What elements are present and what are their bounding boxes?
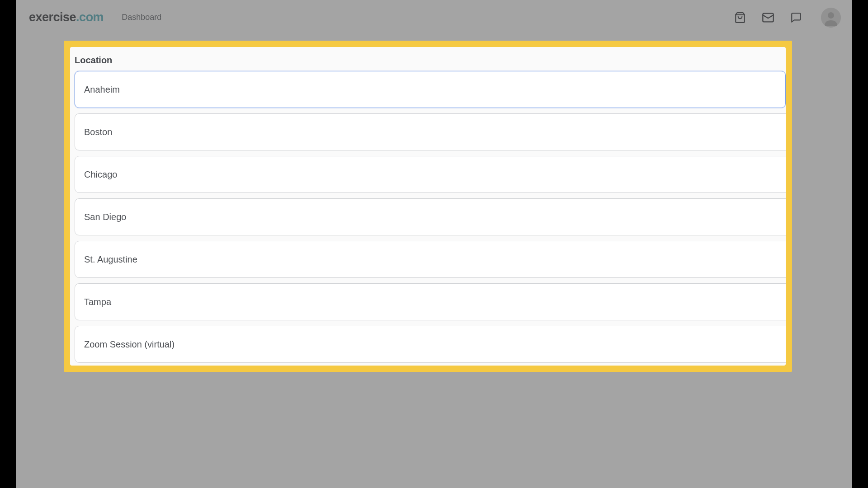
location-modal-highlight: Location AnaheimBostonChicagoSan DiegoSt… — [64, 41, 792, 372]
chat-icon[interactable] — [789, 11, 803, 24]
svg-point-3 — [828, 12, 834, 19]
location-option[interactable]: St. Augustine — [75, 241, 786, 278]
location-option[interactable]: Chicago — [75, 156, 786, 193]
location-option-label: Zoom Session (virtual) — [84, 339, 175, 350]
location-option-label: Tampa — [84, 297, 111, 307]
location-option-label: San Diego — [84, 212, 126, 222]
nav-dashboard[interactable]: Dashboard — [122, 13, 161, 22]
shopping-bag-icon[interactable] — [733, 11, 747, 24]
location-option[interactable]: San Diego — [75, 198, 786, 235]
app-logo[interactable]: exercise .com — [29, 10, 104, 24]
logo-text-second: .com — [76, 10, 104, 24]
location-option[interactable]: Zoom Session (virtual) — [75, 326, 786, 363]
location-modal: Location AnaheimBostonChicagoSan DiegoSt… — [70, 47, 786, 366]
location-option-label: St. Augustine — [84, 254, 137, 265]
location-option-label: Boston — [84, 127, 112, 137]
location-option[interactable]: Anaheim — [75, 71, 786, 108]
header-actions — [733, 8, 841, 28]
location-option-label: Chicago — [84, 169, 117, 180]
location-option[interactable]: Tampa — [75, 283, 786, 320]
location-option[interactable]: Boston — [75, 113, 786, 150]
location-option-label: Anaheim — [84, 84, 120, 95]
location-options-list: AnaheimBostonChicagoSan DiegoSt. Augusti… — [70, 71, 786, 363]
modal-title: Location — [70, 47, 786, 71]
mail-icon[interactable] — [761, 11, 775, 24]
logo-text-first: exercise — [29, 10, 76, 24]
app-header: exercise .com Dashboard — [16, 0, 852, 35]
user-avatar[interactable] — [821, 8, 841, 28]
